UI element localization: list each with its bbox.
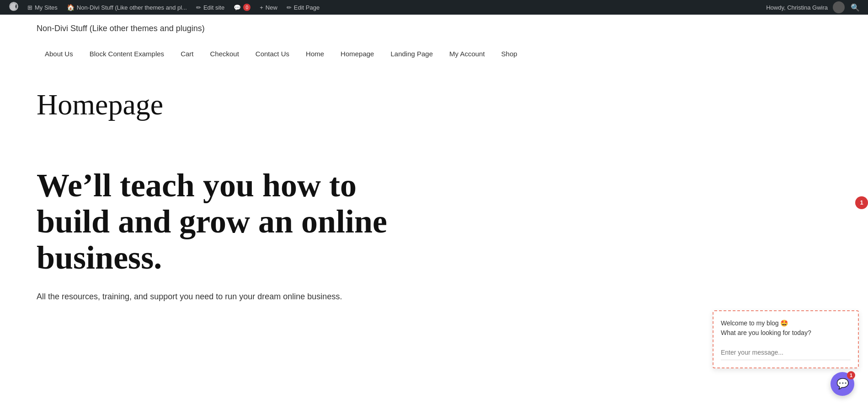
admin-bar: ⊞ My Sites 🏠 Non-Divi Stuff (Like other …	[0, 0, 868, 15]
site-title-label: Non-Divi Stuff (Like other themes and pl…	[77, 4, 187, 11]
edit-site-icon: ✏	[196, 4, 201, 11]
sites-icon: ⊞	[27, 4, 32, 11]
notification-count: 1	[860, 199, 863, 206]
my-sites-label: My Sites	[35, 4, 58, 11]
nav-item-landing-page[interactable]: Landing Page	[382, 47, 441, 60]
chat-widget: Welcome to my blog 🤩What are you looking…	[713, 310, 859, 321]
nav-item-cart[interactable]: Cart	[172, 47, 202, 60]
new-label: New	[266, 4, 277, 11]
chat-welcome-text: Welcome to my blog 🤩What are you looking…	[721, 319, 851, 321]
avatar	[833, 1, 845, 13]
site-title[interactable]: Non-Divi Stuff (Like other themes and pl…	[37, 24, 831, 33]
howdy-text: Howdy, Christina Gwira	[766, 4, 828, 11]
nav-item-about-us[interactable]: About Us	[37, 47, 81, 60]
edit-page-label: Edit Page	[294, 4, 320, 11]
my-sites-menu[interactable]: ⊞ My Sites	[23, 0, 62, 15]
hero-section: We’ll teach you how to build and grow an…	[0, 167, 868, 321]
search-icon[interactable]: 🔍	[847, 3, 863, 12]
new-menu[interactable]: + New	[255, 0, 282, 15]
hero-subtext: All the resources, training, and support…	[37, 290, 357, 303]
site-header: Non-Divi Stuff (Like other themes and pl…	[0, 15, 868, 70]
site-name-menu[interactable]: 🏠 Non-Divi Stuff (Like other themes and …	[62, 0, 192, 15]
comments-menu[interactable]: 💬 0	[229, 0, 255, 15]
page-content: Homepage	[0, 70, 868, 167]
nav-item-my-account[interactable]: My Account	[441, 47, 493, 60]
admin-bar-right: Howdy, Christina Gwira 🔍	[766, 1, 863, 13]
site-icon: 🏠	[67, 4, 75, 11]
new-icon: +	[260, 4, 263, 11]
nav-item-checkout[interactable]: Checkout	[202, 47, 247, 60]
hero-heading: We’ll teach you how to build and grow an…	[37, 167, 411, 276]
wp-icon	[9, 2, 18, 13]
edit-site-button[interactable]: ✏ Edit site	[192, 0, 229, 15]
nav-item-contact-us[interactable]: Contact Us	[247, 47, 298, 60]
main-nav: About Us Block Content Examples Cart Che…	[37, 47, 831, 65]
comment-icon: 💬	[234, 4, 241, 11]
edit-site-label: Edit site	[203, 4, 224, 11]
page-title: Homepage	[37, 88, 831, 122]
wp-logo[interactable]	[5, 0, 23, 15]
nav-item-home[interactable]: Home	[298, 47, 332, 60]
nav-item-homepage[interactable]: Homepage	[332, 47, 382, 60]
notification-circle[interactable]: 1	[855, 196, 868, 209]
edit-page-button[interactable]: ✏ Edit Page	[282, 0, 324, 15]
nav-item-block-content[interactable]: Block Content Examples	[81, 47, 172, 60]
edit-page-icon: ✏	[287, 4, 292, 11]
comments-badge: 0	[243, 4, 250, 11]
nav-item-shop[interactable]: Shop	[493, 47, 526, 60]
